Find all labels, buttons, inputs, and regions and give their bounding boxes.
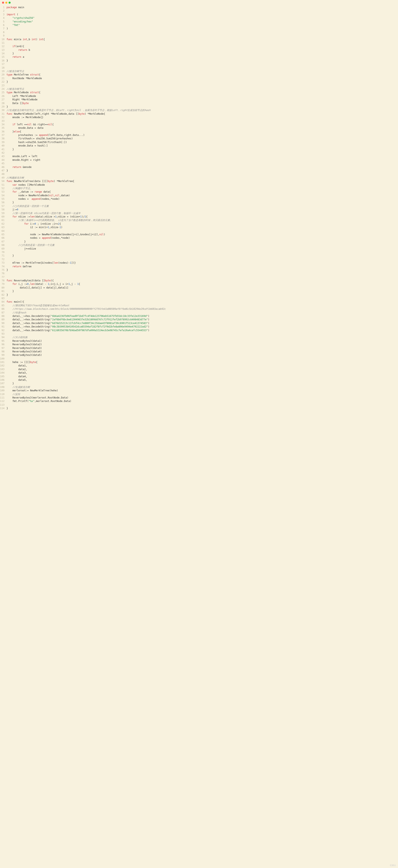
code-text: //j代表的是某一层的第一个元素 — [6, 205, 398, 208]
line-number: 16 — [0, 59, 6, 62]
code-line: 82} — [0, 293, 398, 297]
code-line: 4 "crypto/sha256" — [0, 16, 398, 20]
code-line: 91 data4,_:=hex.DecodeString("08c3b50053… — [0, 325, 398, 329]
line-number: 108 — [0, 385, 6, 389]
line-number: 88 — [0, 314, 6, 318]
line-number: 114 — [0, 407, 6, 410]
line-number: 50 — [0, 180, 6, 183]
code-text: type MerkleTree struct{ — [6, 73, 398, 76]
line-number: 100 — [0, 357, 6, 361]
line-number: 111 — [0, 396, 6, 400]
code-line: 77 — [0, 275, 398, 279]
code-line: 37 prevhashes := append(left.Data,right.… — [0, 133, 398, 137]
code-line: 110 //反转 — [0, 393, 398, 396]
code-line: 16} — [0, 59, 398, 62]
line-number: 53 — [0, 190, 6, 194]
code-line: 101 hehe := [][]byte{ — [0, 361, 398, 364]
code-line: 22} — [0, 80, 398, 84]
line-number: 41 — [0, 148, 6, 151]
line-number: 80 — [0, 286, 6, 289]
line-number: 46 — [0, 165, 6, 169]
code-line: 31func NewMerkleNode(left,right *MerkleN… — [0, 112, 398, 116]
code-text: if left ==nil && right==nil{ — [6, 123, 398, 126]
code-line: 105 data4, — [0, 375, 398, 378]
code-line: 26 Left *MerkleNode — [0, 94, 398, 98]
code-text — [6, 119, 398, 123]
code-line: 36 }else{ — [0, 130, 398, 133]
code-text: //构建叶子节点。 — [6, 187, 398, 190]
code-line: 98 ReverseBytes3(data4) — [0, 350, 398, 353]
code-line: 2 — [0, 9, 398, 13]
code-line: 95 ReverseBytes3(data1) — [0, 339, 398, 343]
code-line: 62 for i:=0 ; i<nSize ;i+=2{ — [0, 222, 398, 226]
code-line: 107 } — [0, 382, 398, 385]
line-number: 58 — [0, 208, 6, 211]
line-number: 37 — [0, 133, 6, 137]
code-text: merleroot:= NewMerkleTree(hehe) — [6, 389, 398, 392]
editor-window: 1package main23import (4 "crypto/sha256"… — [0, 0, 398, 412]
code-line: 60 for nSize :=len(data);nSize >1;nSize … — [0, 215, 398, 219]
code-text: //默克尔根节点 — [6, 87, 398, 91]
line-number: 93 — [0, 332, 6, 336]
code-text: ReverseBytes3(data1) — [6, 339, 398, 343]
code-text — [6, 9, 398, 13]
line-number: 22 — [0, 80, 6, 84]
line-number: 48 — [0, 173, 6, 176]
code-line: 42 — [0, 151, 398, 155]
line-number: 55 — [0, 197, 6, 201]
code-text: "crypto/sha256" — [6, 16, 398, 20]
code-line: 94 //大小段转换 — [0, 336, 398, 339]
maximize-icon[interactable] — [8, 2, 10, 4]
line-number: 67 — [0, 240, 6, 243]
code-line: 43 mnode.Left = left — [0, 155, 398, 158]
line-number: 44 — [0, 158, 6, 162]
code-text: data2, — [6, 368, 398, 371]
code-area[interactable]: 1package main23import (4 "crypto/sha256"… — [0, 5, 398, 412]
code-line: 48 — [0, 173, 398, 176]
code-text: "encoding/hex" — [6, 20, 398, 24]
line-number: 82 — [0, 293, 6, 297]
code-text: ReverseBytes3(data4) — [6, 350, 398, 353]
code-text — [6, 31, 398, 34]
code-line: 13 return b — [0, 49, 398, 52]
code-line: 55 nodes = append(nodes,*node) — [0, 197, 398, 201]
code-text: j:=0 — [6, 208, 398, 211]
line-number: 19 — [0, 69, 6, 73]
code-text: //第二条循环i+=2代表两两拼接。 i2是为了当个数是基数的时候，拷贝最后的元… — [6, 219, 398, 222]
line-number: 96 — [0, 343, 6, 346]
code-text — [6, 297, 398, 300]
code-text: Right *MerkleNode — [6, 98, 398, 101]
line-number: 107 — [0, 382, 6, 385]
line-number: 113 — [0, 403, 6, 407]
code-line: 18 — [0, 66, 398, 69]
code-line: 65 node := NewMerkleNode(&nodes[j+i],&no… — [0, 233, 398, 236]
code-line: 58 j:=0 — [0, 208, 398, 211]
code-line: 114} — [0, 407, 398, 410]
code-line: 14 } — [0, 52, 398, 55]
code-text: } — [6, 201, 398, 204]
code-text: mnode.Data = hash[:] — [6, 144, 398, 148]
close-icon[interactable] — [2, 2, 4, 4]
code-line: 73 mTree := MerkleTree{&(nodes[len(nodes… — [0, 261, 398, 265]
line-number: 38 — [0, 137, 6, 141]
line-number: 18 — [0, 66, 6, 69]
code-text: mnode.Data = data — [6, 126, 398, 130]
code-text — [6, 41, 398, 45]
line-number: 7 — [0, 27, 6, 30]
code-text: data3,_:=hex.DecodeString("6d76d15213c11… — [6, 321, 398, 325]
code-line: 78func ReverseBytes3(data []byte){ — [0, 279, 398, 282]
line-number: 9 — [0, 34, 6, 37]
minimize-icon[interactable] — [5, 2, 7, 4]
code-text: data1, — [6, 364, 398, 368]
code-line: 66 nodes = append(nodes,*node) — [0, 236, 398, 240]
code-line: 44 mnode.Right = right — [0, 158, 398, 162]
code-line: 3import ( — [0, 13, 398, 16]
code-line: 28 Data []byte — [0, 102, 398, 105]
code-text: node:= NewMerkleNode(nil,nil,datum) — [6, 194, 398, 197]
line-number: 60 — [0, 215, 6, 219]
line-number: 61 — [0, 219, 6, 222]
line-number: 83 — [0, 297, 6, 300]
code-text — [6, 173, 398, 176]
line-number: 73 — [0, 261, 6, 265]
code-text — [6, 251, 398, 254]
